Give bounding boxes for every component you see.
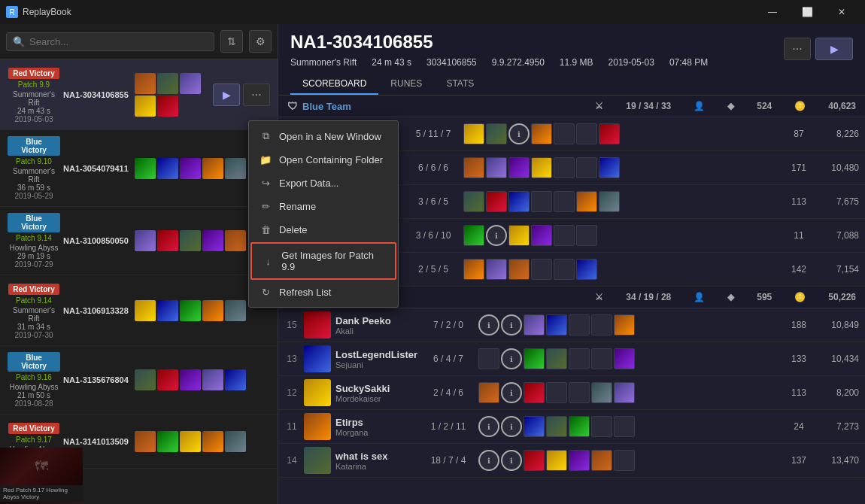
tab-runes[interactable]: RUNES xyxy=(378,74,434,95)
context-get-images[interactable]: ↓ Get Images for Patch 9.9 xyxy=(250,242,396,280)
search-input[interactable] xyxy=(29,36,208,47)
result-badge: Blue Victory xyxy=(8,136,60,156)
champ-icon xyxy=(180,431,201,452)
item-box xyxy=(576,123,597,144)
patch-label: Patch 9.16 xyxy=(8,373,60,381)
victory-info: Blue Victory Patch 9.10 Summoner's Rift … xyxy=(8,136,60,200)
items-group: ℹ xyxy=(463,225,784,246)
item-box xyxy=(524,382,545,403)
time-label: 21 m 50 s xyxy=(8,391,60,399)
meta-size: 11.9 MB xyxy=(560,57,593,68)
app-logo: R ReplayBook xyxy=(6,6,71,18)
time-label: 36 m 59 s xyxy=(8,184,60,192)
item-box xyxy=(524,450,545,471)
rename-label: Rename xyxy=(279,201,316,212)
sort-button[interactable]: ⇅ xyxy=(220,30,243,53)
player-cs: 11 xyxy=(784,230,814,241)
replay-item[interactable]: Red Victory Patch 9.14 Summoner's Rift 3… xyxy=(0,275,278,346)
tab-scoreboard[interactable]: SCOREBOARD xyxy=(290,74,378,95)
search-icon: 🔍 xyxy=(13,36,25,47)
play-replay-button[interactable]: ▶ xyxy=(815,38,853,60)
item-box: ℹ xyxy=(501,450,522,471)
victory-info: Blue Victory Patch 9.16 Howling Abyss 21… xyxy=(8,352,60,408)
delete-icon: 🗑 xyxy=(260,224,272,235)
player-info: Etirps Morgana xyxy=(335,417,418,437)
minimize-button[interactable]: — xyxy=(755,0,790,24)
champ-icon xyxy=(135,300,156,321)
context-export-data[interactable]: ↪ Export Data... xyxy=(249,172,398,195)
player-cs: 113 xyxy=(784,196,814,207)
patch-label: Patch 9.17 xyxy=(8,436,60,444)
champ-icon xyxy=(157,96,178,117)
get-images-label: Get Images for Patch 9.9 xyxy=(281,250,384,272)
item-box xyxy=(524,314,545,335)
player-info: SuckySakki Mordekaiser xyxy=(335,383,418,403)
item-box xyxy=(554,259,575,280)
maximize-button[interactable]: ⬜ xyxy=(790,0,824,24)
item-box xyxy=(576,259,597,280)
replay-item[interactable]: Blue Victory Patch 9.14 Howling Abyss 29… xyxy=(0,207,278,275)
context-delete[interactable]: 🗑 Delete xyxy=(249,218,398,241)
champion-icons xyxy=(129,431,270,452)
result-badge: Red Victory xyxy=(8,423,59,434)
player-gold: 8,200 xyxy=(814,387,859,398)
player-row: 13 LostLegendLister Sejuani 6 / 4 / 7 ℹ … xyxy=(278,342,865,376)
context-refresh[interactable]: ↻ Refresh List xyxy=(249,281,398,304)
item-box xyxy=(486,259,507,280)
context-open-folder[interactable]: 📁 Open Containing Folder xyxy=(249,148,398,172)
open-new-window-icon: ⧉ xyxy=(260,130,272,142)
item-box xyxy=(614,382,635,403)
search-box[interactable]: 🔍 xyxy=(6,32,214,51)
player-cs: 171 xyxy=(784,162,814,173)
settings-button[interactable]: ⚙ xyxy=(249,30,272,53)
player-gold: 7,675 xyxy=(814,196,859,207)
item-box xyxy=(463,191,484,212)
item-box xyxy=(486,191,507,212)
context-open-new-window[interactable]: ⧉ Open in a New Window xyxy=(249,124,398,148)
coin-icon: 🪙 xyxy=(794,101,806,111)
champ-icon xyxy=(225,300,246,321)
app-title: ReplayBook xyxy=(23,7,71,17)
player-champ: Mordekaiser xyxy=(335,394,418,403)
item-box xyxy=(531,123,552,144)
time-label: 29 m 19 s xyxy=(8,252,60,260)
item-box xyxy=(591,348,612,369)
item-box: ℹ xyxy=(508,123,530,144)
player-gold: 10,480 xyxy=(814,162,859,173)
player-name: Dank Peeko xyxy=(335,315,418,326)
replay-id: NA1-3100850050 xyxy=(63,236,129,245)
item-box: ℹ xyxy=(478,450,499,471)
item-box xyxy=(463,259,484,280)
replay-item[interactable]: Blue Victory Patch 9.16 Howling Abyss 21… xyxy=(0,346,278,414)
open-folder-label: Open Containing Folder xyxy=(279,154,383,165)
red-team-kda: 34 / 19 / 28 xyxy=(626,292,671,302)
match-title: NA1-3034106855 xyxy=(290,32,708,53)
more-button[interactable]: ··· xyxy=(243,83,270,106)
item-box: ℹ xyxy=(478,314,499,335)
panel-tabs: SCOREBOARD RUNES STATS xyxy=(290,74,853,95)
folder-icon: 📁 xyxy=(260,154,272,165)
player-cs: 137 xyxy=(784,455,814,466)
item-box xyxy=(508,191,530,212)
red-team-cs: 595 xyxy=(757,292,772,302)
date-label: 2019-05-29 xyxy=(8,192,60,200)
champ-icon xyxy=(202,230,223,251)
close-button[interactable]: ✕ xyxy=(824,0,859,24)
panel-header: NA1-3034106855 Summoner's Rift 24 m 43 s… xyxy=(278,24,865,96)
champ-icon xyxy=(135,158,156,179)
more-options-button[interactable]: ··· xyxy=(784,38,811,60)
tab-stats[interactable]: STATS xyxy=(434,74,486,95)
main-layout: 🔍 ⇅ ⚙ Red Victory Patch 9.9 Summoner's R… xyxy=(0,24,865,504)
player-name: SuckySakki xyxy=(335,383,418,394)
replay-item[interactable]: Blue Victory Patch 9.10 Summoner's Rift … xyxy=(0,130,278,207)
patch-label: Patch 9.14 xyxy=(8,296,60,305)
map-label: Howling Abyss xyxy=(8,244,60,252)
bottom-thumbnail: 🗺 Red Patch 9.17 Howling Abyss Victory xyxy=(0,448,83,504)
player-gold: 7,273 xyxy=(814,421,859,432)
item-box xyxy=(569,450,590,471)
replay-item[interactable]: Red Victory Patch 9.9 Summoner's Rift 24… xyxy=(0,59,278,130)
refresh-icon: ↻ xyxy=(260,287,272,298)
context-rename[interactable]: ✏ Rename xyxy=(249,195,398,218)
play-button[interactable]: ▶ xyxy=(213,83,240,106)
player-row: 14 what is sex Katarina 18 / 7 / 4 ℹ ℹ 1… xyxy=(278,444,865,478)
